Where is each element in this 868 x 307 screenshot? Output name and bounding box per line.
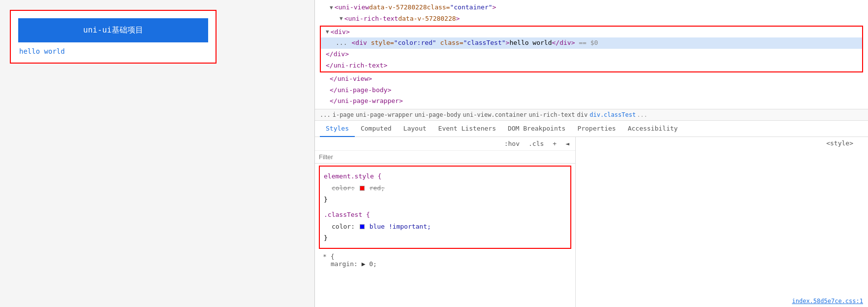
css-prop-strikethrough: color: — [332, 184, 355, 192]
tab-properties[interactable]: Properties — [571, 121, 621, 137]
add-rule-button[interactable]: + — [551, 139, 558, 148]
breadcrumb-item[interactable]: uni-page-body — [415, 111, 461, 118]
breadcrumb-item[interactable]: div — [577, 111, 588, 118]
margin-prop: margin: ▶ 0; — [323, 260, 567, 268]
tabs-bar: Styles Computed Layout Event Listeners D… — [315, 121, 868, 137]
source-links: <style> — [581, 139, 863, 147]
dom-tag: <div style="color:red" class="classTest"… — [351, 38, 598, 48]
dom-tree: ▼ <uni-view data-v-57280228 class= "cont… — [315, 0, 868, 109]
dom-line-selected[interactable]: ... <div style="color:red" class="classT… — [321, 37, 862, 49]
breadcrumb-item-active[interactable]: div.classTest — [589, 111, 636, 118]
class-test-block: .classTest { color: blue !important; } — [324, 209, 566, 243]
dom-line[interactable]: ▼ <div> — [321, 27, 862, 38]
hello-world-label: hello world — [18, 47, 208, 55]
tab-styles[interactable]: Styles — [320, 121, 355, 137]
tab-accessibility[interactable]: Accessibility — [622, 121, 684, 137]
css-selector: element.style { — [324, 172, 381, 180]
dom-tag: <div> — [331, 27, 350, 37]
index-link[interactable]: index.58d5e7ce.css:1 — [792, 298, 864, 305]
breadcrumb-item[interactable]: ... — [320, 111, 331, 118]
dom-attr-name2: class= — [427, 2, 450, 13]
styles-filter-bar — [315, 151, 575, 164]
dom-red-box: ▼ <div> ... <div style="color:red" class… — [320, 26, 863, 72]
dom-line[interactable]: </uni-view> — [315, 73, 868, 85]
styles-box: element.style { color: red; } .classTest… — [319, 166, 571, 248]
dom-tag: </uni-rich-text> — [326, 61, 387, 71]
preview-panel: uni-ui基础项目 hello world — [0, 0, 315, 307]
css-close2: } — [324, 234, 328, 241]
tab-event-listeners[interactable]: Event Listeners — [433, 121, 502, 137]
dom-tag-close: > — [493, 2, 496, 13]
star-selector: * { — [323, 253, 567, 260]
styles-panel: :hov .cls + ◄ element.style { color: red… — [315, 137, 576, 307]
css-value-strikethrough: red; — [370, 184, 385, 192]
dom-tag-close: > — [456, 14, 460, 24]
dom-tag: </uni-view> — [330, 74, 372, 84]
css-value2: blue !important; — [370, 223, 431, 230]
dom-line[interactable]: ▼ <uni-view data-v-57280228 class= "cont… — [315, 2, 868, 13]
dom-attr-name: data-v-57280228 — [369, 2, 427, 13]
tab-layout[interactable]: Layout — [398, 121, 433, 137]
right-side-panel: <style> index.58d5e7ce.css:1 — [576, 137, 868, 307]
preview-box: uni-ui基础项目 hello world — [10, 10, 217, 64]
breadcrumb-item[interactable]: uni-rich-text — [529, 111, 575, 118]
dom-tag: </div> — [326, 49, 349, 60]
toggle-panel-button[interactable]: ◄ — [563, 139, 571, 148]
dom-tag: </uni-page-body> — [330, 85, 391, 96]
more-styles-block: * { margin: ▶ 0; — [315, 251, 575, 270]
dom-tag: </uni-page-wrapper> — [330, 96, 403, 106]
three-dots: ... — [336, 38, 347, 48]
tab-dom-breakpoints[interactable]: DOM Breakpoints — [502, 121, 571, 137]
dom-line[interactable]: </uni-page-body> — [315, 85, 868, 96]
devtools-panel: ▼ <uni-view data-v-57280228 class= "cont… — [315, 0, 868, 307]
dom-tag: <uni-view — [335, 2, 369, 13]
dom-line[interactable]: </div> — [321, 49, 862, 60]
breadcrumb-item[interactable]: uni-page-wrapper — [356, 111, 413, 118]
dom-attr-value: "container" — [450, 2, 492, 13]
color-swatch-blue[interactable] — [360, 224, 365, 229]
cls-button[interactable]: .cls — [527, 139, 546, 148]
element-style-block: element.style { color: red; } — [324, 171, 566, 205]
dom-line[interactable]: ▼ <uni-rich-text data-v-57280228 > — [315, 13, 868, 25]
bottom-area: :hov .cls + ◄ element.style { color: red… — [315, 137, 868, 307]
css-selector2: .classTest { — [324, 211, 370, 218]
dom-tag: <uni-rich-text — [344, 14, 399, 24]
dom-line[interactable]: </uni-page-wrapper> — [315, 96, 868, 107]
index-link-container: index.58d5e7ce.css:1 — [581, 297, 863, 305]
uni-ui-button: uni-ui基础项目 — [18, 18, 208, 42]
triangle-icon: ▼ — [326, 28, 329, 36]
triangle-icon: ▼ — [330, 3, 333, 12]
hov-button[interactable]: :hov — [502, 139, 522, 148]
dom-attr-name: data-v-57280228 — [398, 14, 456, 24]
color-swatch-red[interactable] — [360, 186, 365, 191]
breadcrumb: ... i-page uni-page-wrapper uni-page-bod… — [315, 109, 868, 121]
breadcrumb-item[interactable]: i-page — [333, 111, 354, 118]
tab-computed[interactable]: Computed — [355, 121, 398, 137]
style-source-label: <style> — [826, 139, 853, 147]
breadcrumb-item[interactable]: uni-view.container — [463, 111, 527, 118]
filter-input[interactable] — [319, 153, 571, 161]
css-prop2: color: — [332, 223, 359, 230]
dom-line[interactable]: </uni-rich-text> — [321, 60, 862, 71]
triangle-icon: ▼ — [340, 14, 343, 23]
css-close: } — [324, 196, 328, 203]
styles-controls-bar: :hov .cls + ◄ — [315, 137, 575, 151]
